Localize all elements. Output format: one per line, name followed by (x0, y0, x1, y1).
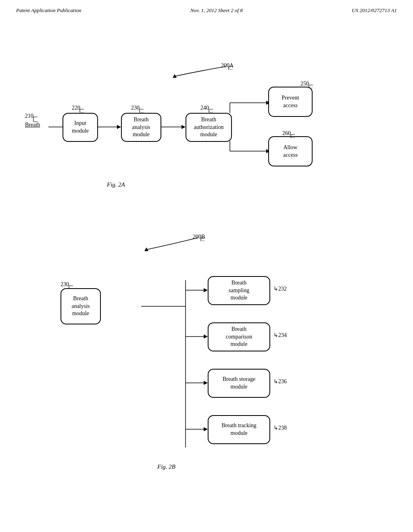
breath-storage-module-box: Breath storage module (208, 369, 270, 398)
ref-260-bracket (288, 134, 296, 138)
breath-input-label: Breath (25, 122, 40, 128)
header-middle: Nov. 1, 2012 Sheet 2 of 8 (190, 7, 243, 14)
header-left: Patent Application Publication (16, 7, 81, 14)
arrows-svg (0, 24, 413, 532)
ref-200b-bracket (198, 237, 206, 241)
breath-analysis-module-box-a: Breath analysis module (121, 113, 161, 142)
breath-authorization-module-box: Breath authorization module (186, 113, 232, 142)
page-header: Patent Application Publication Nov. 1, 2… (0, 0, 413, 14)
ref-230b-bracket (66, 285, 74, 289)
svg-marker-19 (204, 335, 208, 339)
ref-238: ↳238 (273, 424, 287, 431)
breath-analysis-module-box-b: Breath analysis module (60, 288, 101, 324)
ref-200a-bracket (225, 66, 234, 70)
svg-marker-17 (204, 288, 208, 292)
svg-marker-5 (181, 125, 186, 129)
breath-tracking-module-box: Breath tracking module (208, 415, 270, 444)
breath-sampling-module-box: Breath sampling module (208, 276, 270, 305)
ref-220-bracket (77, 108, 85, 112)
header-right: US 2012/0272713 A1 (352, 7, 397, 14)
diagram-area: Breath 210 Input module 220 Breath analy… (0, 24, 413, 532)
ref-250-bracket (306, 84, 314, 88)
prevent-access-box: Prevent access (268, 87, 313, 117)
ref-210-bracket (30, 116, 38, 123)
ref-236: ↳236 (273, 378, 287, 385)
ref-232: ↳232 (273, 285, 287, 292)
svg-marker-21 (204, 381, 208, 385)
svg-marker-12 (173, 74, 177, 78)
fig-2b-label: Fig. 2B (157, 463, 175, 470)
fig-2a-label: Fig. 2A (107, 181, 125, 188)
allow-access-box: Allow access (268, 136, 313, 166)
ref-230a-bracket (136, 108, 144, 112)
input-module-box: Input module (63, 113, 98, 142)
ref-240-bracket (206, 108, 214, 112)
ref-234: ↳234 (273, 332, 287, 339)
svg-marker-23 (204, 427, 208, 431)
svg-marker-13 (144, 247, 148, 251)
svg-marker-3 (117, 125, 121, 129)
breath-comparison-module-box: Breath comparison module (208, 322, 270, 351)
